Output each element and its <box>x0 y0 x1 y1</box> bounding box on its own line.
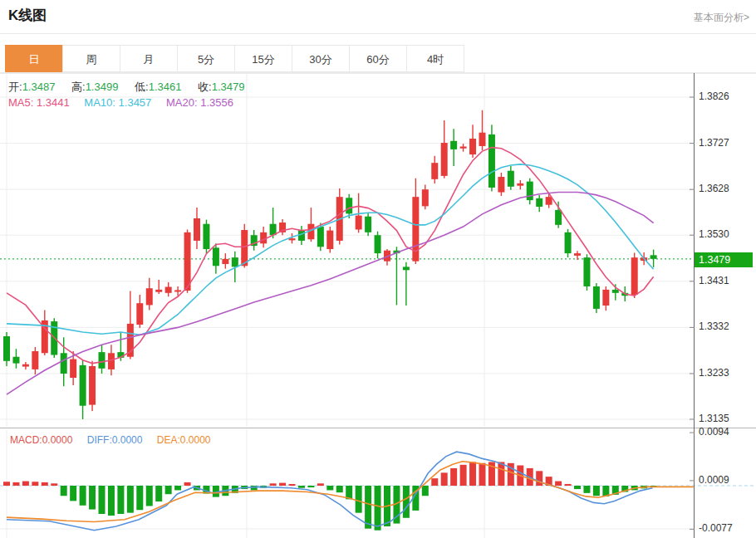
ma-legend: MA5: 1.3441 MA10: 1.3457 MA20: 1.3556 <box>8 96 245 109</box>
macd-histogram <box>3 462 657 530</box>
close-value: 1.3479 <box>212 81 245 93</box>
price-tick-2: 1.3628 <box>699 183 729 194</box>
diff-label: DIFF: <box>87 434 112 446</box>
open-value: 1.3487 <box>22 81 56 93</box>
open-label: 开: <box>8 81 22 93</box>
grid-lines <box>0 74 694 538</box>
price-tick-5: 1.3332 <box>699 320 729 332</box>
macd-tick-0: 0.0094 <box>699 426 729 438</box>
macd-legend: MACD:0.0000 DIFF:0.0000 DEA:0.0000 <box>10 434 222 446</box>
price-tick-4: 1.3431 <box>699 275 729 286</box>
low-value: 1.3461 <box>149 81 182 93</box>
low-label: 低: <box>135 81 149 93</box>
close-label: 收: <box>198 81 212 93</box>
dea-value: 0.0000 <box>180 434 211 446</box>
ohlc-info: 开:1.3487 高:1.3499 低:1.3461 收:1.3479 <box>8 80 258 95</box>
price-tick-6: 1.3233 <box>699 367 729 379</box>
candles-layer <box>3 110 657 419</box>
ma5-label: MA5: <box>8 96 33 109</box>
ma5-line <box>7 148 654 364</box>
ma20-value: 1.3556 <box>200 96 233 109</box>
price-tick-1: 1.3727 <box>699 137 729 149</box>
ma20-label: MA20: <box>166 96 198 109</box>
ma10-label: MA10: <box>84 96 115 109</box>
high-label: 高: <box>71 81 86 93</box>
macd-value: 0.0000 <box>42 434 73 446</box>
price-tick-7: 1.3135 <box>699 413 729 424</box>
ma5-value: 1.3441 <box>37 96 70 109</box>
macd-tick-1: 0.0009 <box>699 474 729 486</box>
price-tick-3: 1.3530 <box>699 228 729 240</box>
macd-tick-2: -0.0077 <box>699 522 733 534</box>
macd-label: MACD: <box>10 434 42 446</box>
high-value: 1.3499 <box>86 81 119 93</box>
dea-label: DEA: <box>157 434 180 446</box>
diff-value: 0.0000 <box>112 434 143 446</box>
current-price-badge: 1.3479 <box>695 252 753 267</box>
price-tick-0: 1.3826 <box>699 90 729 102</box>
ma10-value: 1.3457 <box>119 96 152 109</box>
